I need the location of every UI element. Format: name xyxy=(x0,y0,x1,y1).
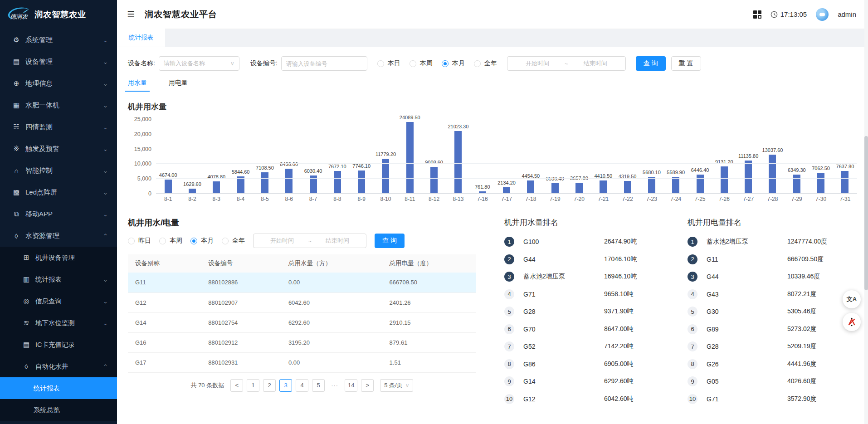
date-range-picker[interactable]: 开始时间 ~ 结束时间 xyxy=(507,56,626,71)
chevron-down-icon: ⌄ xyxy=(103,276,108,283)
extension-float-button[interactable] xyxy=(843,313,861,331)
sidebar-item-stat-report[interactable]: ▥统计报表⌄ xyxy=(0,268,117,290)
bar[interactable] xyxy=(721,166,728,194)
page-scrollbar[interactable] xyxy=(864,0,868,424)
table-row[interactable]: G148801027546292.602910.15 xyxy=(128,312,476,332)
bar[interactable] xyxy=(793,175,800,194)
chevron-down-icon: ⌄ xyxy=(103,298,108,305)
usage-search-button[interactable]: 查 询 xyxy=(375,234,405,248)
chevron-down-icon: ⌄ xyxy=(103,320,108,327)
bar[interactable] xyxy=(213,181,220,194)
scrollbar-thumb[interactable] xyxy=(864,136,868,290)
rank-badge: 7 xyxy=(504,341,514,351)
radio-本周[interactable]: 本周 xyxy=(159,237,182,245)
usage-date-range-picker[interactable]: 开始时间 ~ 结束时间 xyxy=(253,234,366,248)
sidebar-item-led-screen[interactable]: ▩Led点阵屏⌄ xyxy=(0,181,117,203)
bar[interactable] xyxy=(841,171,848,194)
tab-用电量[interactable]: 用电量 xyxy=(169,79,188,92)
sidebar-item-device[interactable]: ▤设备管理⌄ xyxy=(0,51,117,73)
bar[interactable] xyxy=(358,171,365,194)
bar[interactable] xyxy=(454,131,462,194)
pagination-next-button[interactable]: > xyxy=(361,379,374,392)
bar[interactable] xyxy=(237,176,244,194)
radio-本日[interactable]: 本日 xyxy=(377,59,400,68)
radio-本月[interactable]: 本月 xyxy=(190,237,214,245)
gear-icon: ⚙ xyxy=(12,36,21,44)
radio-全年[interactable]: 全年 xyxy=(474,59,497,68)
bar[interactable] xyxy=(745,161,752,194)
sidebar-item-auto-well-overview[interactable]: 系统总览 xyxy=(0,399,117,421)
sidebar-item-ic-card[interactable]: ▤IC卡充值记录 xyxy=(0,334,117,356)
sidebar-item-system[interactable]: ⚙系统管理⌄ xyxy=(0,29,117,51)
sidebar-item-auto-well[interactable]: ◊自动化水井⌃ xyxy=(0,356,117,377)
bar[interactable] xyxy=(648,177,655,194)
page-size-select[interactable]: 5 条/页 ∨ xyxy=(380,379,413,392)
rank-badge: 9 xyxy=(504,376,514,386)
tab-用水量[interactable]: 用水量 xyxy=(128,79,147,92)
sidebar-item-monitoring[interactable]: ☵四情监测⌄ xyxy=(0,116,117,138)
sidebar-item-water-level[interactable]: ≋地下水位监测⌄ xyxy=(0,312,117,334)
table-row[interactable]: G168801029123195.20879.61 xyxy=(128,332,476,352)
chart-bar-group: 4674.008-1 xyxy=(156,119,180,194)
pagination-prev-button[interactable]: < xyxy=(230,379,243,392)
bar[interactable] xyxy=(551,183,559,194)
translate-float-button[interactable]: 文A xyxy=(843,290,861,308)
device-name-select[interactable]: 请输入设备名称 ∨ xyxy=(159,56,239,71)
bar[interactable] xyxy=(575,183,583,194)
radio-本月[interactable]: 本月 xyxy=(442,59,465,68)
radio-circle-icon xyxy=(190,238,197,244)
page-14[interactable]: 14 xyxy=(345,379,357,392)
bar[interactable] xyxy=(261,172,268,194)
chart-bar-group: 3536.407-19 xyxy=(543,119,567,194)
apps-grid-icon[interactable] xyxy=(753,10,761,19)
bar[interactable] xyxy=(817,173,824,194)
page-4[interactable]: 4 xyxy=(296,379,308,392)
sidebar-item-water-resource[interactable]: ◊水资源管理⌃ xyxy=(0,225,117,247)
table-row[interactable]: G178801029310.001.51 xyxy=(128,352,476,372)
date-separator: ~ xyxy=(563,60,570,67)
bar[interactable] xyxy=(430,167,438,194)
sidebar-item-geo[interactable]: ⊕地理信息⌄ xyxy=(0,73,117,94)
radio-昨日[interactable]: 昨日 xyxy=(128,237,151,245)
table-cell: 2401.26 xyxy=(382,292,476,312)
radio-全年[interactable]: 全年 xyxy=(222,237,245,245)
led-icon: ▩ xyxy=(12,188,21,196)
sidebar-item-mobile-app[interactable]: ⧉移动APP⌄ xyxy=(0,203,117,225)
sidebar-item-info-query[interactable]: ◎信息查询⌄ xyxy=(0,290,117,312)
search-button[interactable]: 查 询 xyxy=(636,56,666,71)
x-tick-label: 7-27 xyxy=(736,196,761,202)
user-avatar[interactable] xyxy=(816,8,829,21)
x-tick-label: 7-26 xyxy=(712,196,736,202)
bar[interactable] xyxy=(406,122,414,194)
bar[interactable] xyxy=(697,175,704,194)
bar[interactable] xyxy=(600,180,607,194)
table-row[interactable]: G128801029076042.602401.26 xyxy=(128,292,476,312)
x-tick-label: 7-29 xyxy=(785,196,809,202)
page-1[interactable]: 1 xyxy=(247,379,259,392)
page-5[interactable]: 5 xyxy=(312,379,325,392)
bar[interactable] xyxy=(527,180,534,194)
bar[interactable] xyxy=(624,181,631,194)
bar[interactable] xyxy=(382,159,389,194)
bar[interactable] xyxy=(769,155,776,194)
reset-button[interactable]: 重 置 xyxy=(671,56,701,71)
device-code-input[interactable] xyxy=(281,56,367,71)
bar[interactable] xyxy=(285,169,293,194)
radio-本周[interactable]: 本周 xyxy=(410,59,433,68)
x-tick-label: 7-22 xyxy=(615,196,639,202)
bar[interactable] xyxy=(672,177,679,194)
sidebar-item-well-device[interactable]: ⊞机井设备管理 xyxy=(0,247,117,268)
tab-statistics-report[interactable]: 统计报表 xyxy=(117,29,165,47)
sidebar-item-smart-control[interactable]: ⌂智能控制⌄ xyxy=(0,160,117,181)
device-icon: ▤ xyxy=(12,58,21,66)
bar[interactable] xyxy=(165,180,172,194)
sidebar-item-auto-well-report[interactable]: 统计报表 xyxy=(0,377,117,399)
menu-fold-icon[interactable]: ☰ xyxy=(127,9,135,19)
page-2[interactable]: 2 xyxy=(263,379,276,392)
bar[interactable] xyxy=(503,187,510,194)
sidebar-item-fertilizer[interactable]: ▦水肥一体机⌄ xyxy=(0,94,117,116)
page-3[interactable]: 3 xyxy=(279,379,292,392)
table-row[interactable]: G118801028860.00666709.50 xyxy=(128,273,476,292)
bar[interactable] xyxy=(334,171,341,194)
sidebar-item-trigger-alert[interactable]: ※触发及预警⌄ xyxy=(0,138,117,160)
